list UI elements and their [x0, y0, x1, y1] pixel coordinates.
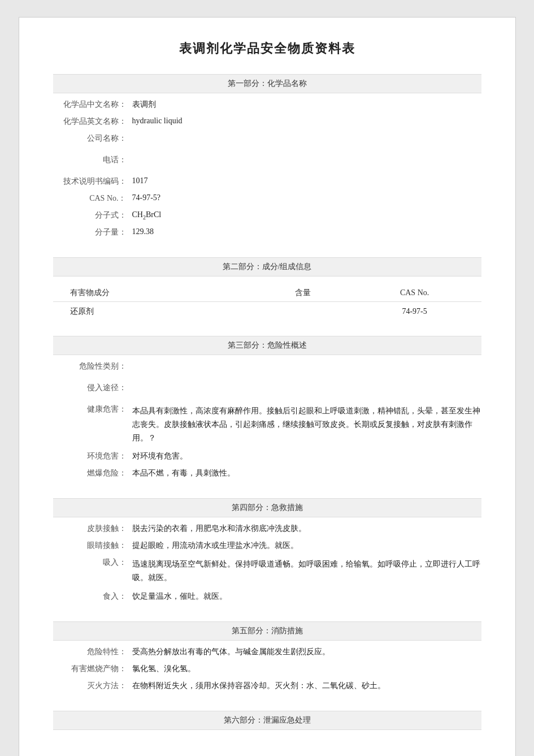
- label-chinese-name: 化学品中文名称：: [53, 100, 132, 110]
- value-inhalation: 迅速脱离现场至空气新鲜处。保持呼吸道通畅。如呼吸困难，给输氧。如呼吸停止，立即进…: [132, 558, 481, 585]
- field-skin-contact: 皮肤接触： 脱去污染的衣着，用肥皂水和清水彻底冲洗皮肤。: [53, 522, 481, 535]
- value-molecular-weight: 129.38: [132, 227, 481, 236]
- value-env-hazard: 对环境有危害。: [132, 451, 481, 461]
- label-cas-no: CAS No.：: [53, 193, 132, 204]
- label-combustion-products: 有害燃烧产物：: [53, 664, 132, 674]
- label-skin-contact: 皮肤接触：: [53, 524, 132, 534]
- section-part1: 第一部分：化学品名称 化学品中文名称： 表调剂 化学品英文名称： hydraul…: [53, 74, 481, 252]
- page-container: 表调剂化学品安全物质资料表 第一部分：化学品名称 化学品中文名称： 表调剂 化学…: [19, 17, 516, 756]
- col-header-cas: CAS No.: [348, 284, 481, 302]
- section-header-part1: 第一部分：化学品名称: [53, 74, 481, 93]
- label-formula: 分子式：: [53, 210, 132, 221]
- label-english-name: 化学品英文名称：: [53, 116, 132, 127]
- label-inhalation: 吸入：: [53, 558, 132, 568]
- value-eye-contact: 提起眼睑，用流动清水或生理盐水冲洗。就医。: [132, 541, 481, 551]
- field-health-hazard: 健康危害： 本品具有刺激性，高浓度有麻醉作用。接触后引起眼和上呼吸道刺激，精神错…: [53, 403, 481, 446]
- field-phone: 电话：: [53, 153, 481, 167]
- page-title: 表调剂化学品安全物质资料表: [53, 40, 481, 57]
- label-fire-method: 灭火方法：: [53, 681, 132, 691]
- value-formula: CH2BrCl: [132, 210, 481, 221]
- value-skin-contact: 脱去污染的衣着，用肥皂水和清水彻底冲洗皮肤。: [132, 524, 481, 534]
- field-english-name: 化学品英文名称： hydraulic liquid: [53, 115, 481, 128]
- field-env-hazard: 环境危害： 对环境有危害。: [53, 450, 481, 463]
- label-health-hazard: 健康危害：: [53, 404, 132, 414]
- value-fire-method: 在物料附近失火，须用水保持容器冷却。灭火剂：水、二氧化碳、砂土。: [132, 681, 481, 691]
- section-part2: 第二部分：成分/组成信息 有害物成分 含量 CAS No. 还原剂 74-97-…: [53, 257, 481, 330]
- value-health-hazard: 本品具有刺激性，高浓度有麻醉作用。接触后引起眼和上呼吸道刺激，精神错乱，头晕，甚…: [132, 404, 481, 444]
- field-ingestion: 食入： 饮足量温水，催吐。就医。: [53, 590, 481, 603]
- section-content-part3: 危险性类别： 侵入途径： 健康危害： 本品具有刺激性，高浓度有麻醉作用。接触后引…: [53, 355, 481, 493]
- field-eye-contact: 眼睛接触： 提起眼睑，用流动清水或生理盐水冲洗。就医。: [53, 539, 481, 552]
- value-combustion-products: 氯化氢、溴化氢。: [132, 664, 481, 674]
- field-hazard-class: 危险性类别：: [53, 360, 481, 373]
- label-fire-hazard: 燃爆危险：: [53, 468, 132, 478]
- value-chinese-name: 表调剂: [132, 100, 481, 110]
- field-chinese-name: 化学品中文名称： 表调剂: [53, 98, 481, 111]
- substance-table: 有害物成分 含量 CAS No. 还原剂 74-97-5: [53, 284, 481, 321]
- field-company-name: 公司名称：: [53, 132, 481, 145]
- substance-cas: 74-97-5: [348, 302, 481, 322]
- field-combustion-products: 有害燃烧产物： 氯化氢、溴化氢。: [53, 662, 481, 676]
- value-english-name: hydraulic liquid: [132, 116, 481, 126]
- section-header-part5: 第五部分：消防措施: [53, 621, 481, 641]
- field-invasion-route: 侵入途径：: [53, 381, 481, 395]
- field-formula: 分子式： CH2BrCl: [53, 209, 481, 222]
- field-danger-prop: 危险特性： 受高热分解放出有毒的气体。与碱金属能发生剧烈反应。: [53, 645, 481, 659]
- label-phone: 电话：: [53, 155, 132, 165]
- section-part5: 第五部分：消防措施 危险特性： 受高热分解放出有毒的气体。与碱金属能发生剧烈反应…: [53, 621, 481, 705]
- label-env-hazard: 环境危害：: [53, 451, 132, 461]
- label-tech-code: 技术说明书编码：: [53, 176, 132, 187]
- field-cas-no: CAS No.： 74-97-5?: [53, 192, 481, 205]
- label-ingestion: 食入：: [53, 591, 132, 602]
- section-header-part2: 第二部分：成分/组成信息: [53, 257, 481, 277]
- table-header-row: 有害物成分 含量 CAS No.: [53, 284, 481, 302]
- field-inhalation: 吸入： 迅速脱离现场至空气新鲜处。保持呼吸道通畅。如呼吸困难，给输氧。如呼吸停止…: [53, 556, 481, 586]
- section-part3: 第三部分：危险性概述 危险性类别： 侵入途径： 健康危害： 本品具有刺激性，高浓…: [53, 336, 481, 493]
- section-part6: 第六部分：泄漏应急处理: [53, 711, 481, 730]
- label-invasion-route: 侵入途径：: [53, 383, 132, 393]
- section-header-part6: 第六部分：泄漏应急处理: [53, 711, 481, 730]
- table-row: 还原剂 74-97-5: [53, 302, 481, 322]
- value-cas-no: 74-97-5?: [132, 193, 481, 202]
- value-ingestion: 饮足量温水，催吐。就医。: [132, 591, 481, 602]
- label-eye-contact: 眼睛接触：: [53, 541, 132, 551]
- value-tech-code: 1017: [132, 176, 481, 185]
- section-content-part2: 有害物成分 含量 CAS No. 还原剂 74-97-5: [53, 277, 481, 330]
- label-company-name: 公司名称：: [53, 133, 132, 144]
- field-tech-code: 技术说明书编码： 1017: [53, 175, 481, 188]
- section-content-part4: 皮肤接触： 脱去污染的衣着，用肥皂水和清水彻底冲洗皮肤。 眼睛接触： 提起眼睑，…: [53, 517, 481, 616]
- label-hazard-class: 危险性类别：: [53, 361, 132, 371]
- col-header-content: 含量: [258, 284, 348, 302]
- col-header-name: 有害物成分: [53, 284, 259, 302]
- section-header-part3: 第三部分：危险性概述: [53, 336, 481, 355]
- substance-name: 还原剂: [53, 302, 259, 322]
- value-fire-hazard: 本品不燃，有毒，具刺激性。: [132, 468, 481, 478]
- section-content-part5: 危险特性： 受高热分解放出有毒的气体。与碱金属能发生剧烈反应。 有害燃烧产物： …: [53, 641, 481, 705]
- field-molecular-weight: 分子量： 129.38: [53, 226, 481, 239]
- substance-content: [258, 302, 348, 322]
- label-danger-prop: 危险特性：: [53, 647, 132, 657]
- section-header-part4: 第四部分：急救措施: [53, 498, 481, 517]
- field-fire-method: 灭火方法： 在物料附近失火，须用水保持容器冷却。灭火剂：水、二氧化碳、砂土。: [53, 679, 481, 693]
- section-content-part1: 化学品中文名称： 表调剂 化学品英文名称： hydraulic liquid 公…: [53, 93, 481, 252]
- label-molecular-weight: 分子量：: [53, 227, 132, 237]
- section-part4: 第四部分：急救措施 皮肤接触： 脱去污染的衣着，用肥皂水和清水彻底冲洗皮肤。 眼…: [53, 498, 481, 616]
- field-fire-hazard: 燃爆危险： 本品不燃，有毒，具刺激性。: [53, 466, 481, 480]
- value-danger-prop: 受高热分解放出有毒的气体。与碱金属能发生剧烈反应。: [132, 647, 481, 657]
